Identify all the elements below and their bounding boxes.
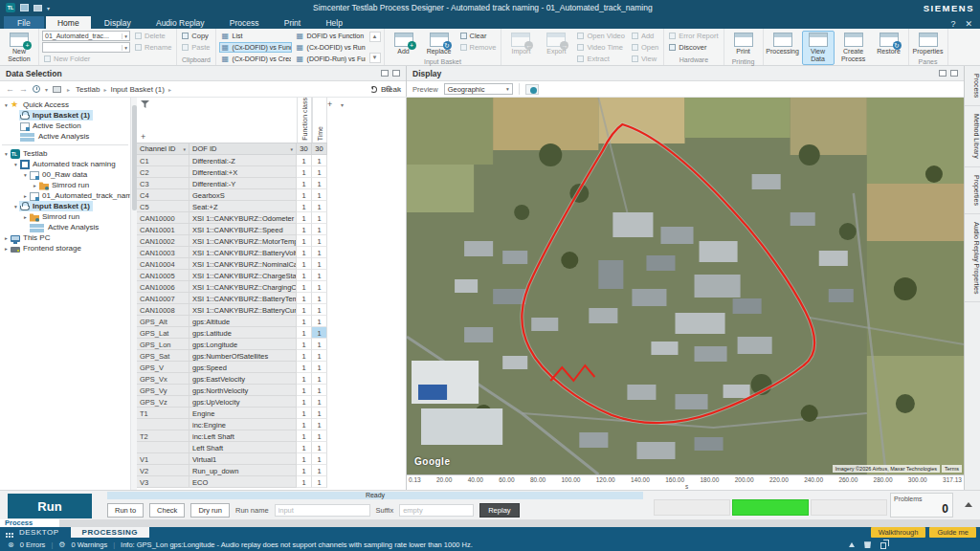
table-row[interactable]: GPS_Vx gps:EastVelocity 1 1 xyxy=(137,373,406,385)
cell-dof-id[interactable]: XSI 1::CANKYBURZ::ChargingCurrent xyxy=(189,281,297,293)
scroll-up-icon[interactable]: ▲ xyxy=(396,86,402,92)
cell-time[interactable]: 1 xyxy=(312,476,327,488)
cell-channel-id[interactable]: CAN10000 xyxy=(137,212,189,224)
cell-time[interactable]: 1 xyxy=(312,155,327,166)
cell-time[interactable]: 1 xyxy=(312,224,327,235)
cell-time[interactable]: 1 xyxy=(312,350,327,362)
cell-dof-id[interactable]: inc:Left Shaft xyxy=(189,430,297,442)
table-row[interactable]: V2 Run_up_down 1 1 xyxy=(137,465,406,476)
cell-time[interactable]: 1 xyxy=(312,419,327,430)
column-header-dof-id[interactable]: DOF ID▾ xyxy=(189,143,297,155)
gallery-down-icon[interactable]: ▼ xyxy=(369,53,381,63)
expander-icon[interactable]: ▸ xyxy=(3,235,10,241)
cell-time[interactable]: 1 xyxy=(312,396,327,408)
tree-scrollbar[interactable] xyxy=(130,98,137,490)
data-add-button[interactable]: Add xyxy=(630,31,660,41)
problems-panel[interactable]: Problems 0 xyxy=(890,493,953,518)
process-workspace-tab[interactable]: Process xyxy=(0,519,59,527)
cell-dof-id[interactable]: XSI 1::CANKYBURZ::BatteryTemperature xyxy=(189,293,297,304)
view-option[interactable]: ▦ (DOFID-Run) vs Functi... xyxy=(294,54,367,64)
column-menu-icon[interactable]: ▾ xyxy=(341,101,344,108)
replace-button[interactable]: ↻ Replace xyxy=(423,31,456,57)
cell-function-class[interactable]: 1 xyxy=(297,373,312,385)
cell-channel-id[interactable]: CAN10006 xyxy=(137,281,189,293)
cell-time[interactable]: 1 xyxy=(312,385,327,396)
cell-dof-id[interactable]: XSI 1::CANKYBURZ::ChargeStatus xyxy=(189,270,297,281)
cell-time[interactable]: 1 xyxy=(312,235,327,247)
cell-channel-id[interactable]: GPS_Lat xyxy=(137,327,189,339)
cell-dof-id[interactable]: gps:Speed xyxy=(189,362,297,373)
cell-function-class[interactable]: 1 xyxy=(297,212,312,224)
cell-function-class[interactable]: 1 xyxy=(297,419,312,430)
cell-channel-id[interactable]: V1 xyxy=(137,453,189,465)
terms-link[interactable]: Terms xyxy=(942,465,962,473)
expander-icon[interactable]: ▾ xyxy=(12,162,19,167)
cell-channel-id[interactable] xyxy=(137,419,189,430)
history-icon[interactable] xyxy=(33,85,40,93)
table-row[interactable]: GPS_Vy gps:NorthVelocity 1 1 xyxy=(137,385,406,396)
section-combobox[interactable]: 01_Automated_trac...▾ xyxy=(42,31,130,41)
maximize-panel-icon[interactable] xyxy=(392,70,400,77)
properties-button[interactable]: Properties xyxy=(912,31,945,57)
device-icon[interactable] xyxy=(53,86,61,93)
cell-dof-id[interactable]: Differential:+X xyxy=(189,166,297,178)
cell-function-class[interactable]: 1 xyxy=(297,385,312,396)
expander-icon[interactable]: ▾ xyxy=(12,204,19,209)
close-icon[interactable]: ✕ xyxy=(965,19,972,29)
cell-dof-id[interactable]: gps:Altitude xyxy=(189,316,297,327)
guide-me-button[interactable]: Guide me xyxy=(929,527,976,538)
table-row[interactable]: T1 Engine 1 1 xyxy=(137,408,406,419)
table-row[interactable]: C3 Differential:-Y 1 1 xyxy=(137,178,406,189)
expander-icon[interactable]: ▸ xyxy=(32,183,38,188)
cell-time[interactable]: 1 xyxy=(312,442,327,453)
ribbon-tab[interactable]: Display xyxy=(93,16,143,30)
table-row[interactable]: GPS_Lon gps:Longitude 1 1 xyxy=(137,339,406,350)
expander-icon[interactable]: ▸ xyxy=(22,193,29,199)
ribbon-tab[interactable]: Process xyxy=(218,16,271,30)
table-row[interactable]: V1 Virtual1 1 1 xyxy=(137,453,406,465)
cell-time[interactable]: 1 xyxy=(312,465,327,476)
cell-dof-id[interactable]: XSI 1::CANKYBURZ::Speed xyxy=(189,224,297,235)
cell-function-class[interactable]: 1 xyxy=(297,350,312,362)
cell-function-class[interactable]: 1 xyxy=(297,201,312,212)
cell-dof-id[interactable]: gps:EastVelocity xyxy=(189,373,297,385)
check-button[interactable]: Check xyxy=(149,503,185,518)
cell-dof-id[interactable]: Differential:-Z xyxy=(189,155,297,166)
cell-channel-id[interactable] xyxy=(137,442,189,453)
cell-dof-id[interactable]: XSI 1::CANKYBURZ::NominalCapacityUsed xyxy=(189,258,297,270)
print-icon[interactable] xyxy=(33,5,42,11)
cell-time[interactable]: 1 xyxy=(312,270,327,281)
tree-item[interactable]: ▾ Automated track naming xyxy=(0,159,130,169)
cell-dof-id[interactable]: Engine xyxy=(189,408,297,419)
cell-time[interactable]: 1 xyxy=(312,327,327,339)
tree-item[interactable]: ▸ Frontend storage xyxy=(0,243,130,253)
table-row[interactable]: GPS_Lat gps:Latitude 1 1 xyxy=(137,327,406,339)
add-column-icon[interactable]: + xyxy=(327,99,332,109)
maximize-panel-icon[interactable] xyxy=(950,70,958,77)
tree-item[interactable]: ▾ Testlab xyxy=(0,148,130,159)
table-row[interactable]: inc:Engine 1 1 xyxy=(137,419,406,430)
cell-dof-id[interactable]: XSI 1::CANKYBURZ::BatteryCurrent xyxy=(189,304,297,316)
cell-dof-id[interactable]: Left Shaft xyxy=(189,442,297,453)
cell-time[interactable]: 1 xyxy=(312,166,327,178)
view-option[interactable]: ▦ (Cx-DOFID) vs Function xyxy=(219,42,292,53)
expander-icon[interactable]: ▸ xyxy=(22,214,29,220)
cell-channel-id[interactable]: GPS_Lon xyxy=(137,339,189,350)
tree-item[interactable]: ▸ This PC xyxy=(0,232,130,243)
cell-channel-id[interactable]: T1 xyxy=(137,408,189,419)
cell-time[interactable]: 1 xyxy=(312,408,327,419)
tab-desktop[interactable]: DESKTOP xyxy=(8,527,71,538)
cell-time[interactable]: 1 xyxy=(312,304,327,316)
tree-item[interactable]: ▾ Quick Access xyxy=(0,99,130,110)
cell-time[interactable]: 1 xyxy=(312,247,327,258)
table-row[interactable]: C4 GearboxS 1 1 xyxy=(137,189,406,201)
warnings-count[interactable]: 0 Warnings xyxy=(72,540,108,549)
cell-channel-id[interactable]: CAN10008 xyxy=(137,304,189,316)
cell-dof-id[interactable]: Run_up_down xyxy=(189,465,297,476)
cell-function-class[interactable]: 1 xyxy=(297,258,312,270)
collapse-up-icon[interactable] xyxy=(965,502,972,507)
gallery-up-icon[interactable]: ▲ xyxy=(369,32,381,42)
side-tab[interactable]: Process xyxy=(965,66,980,106)
cell-dof-id[interactable]: Seat:+Z xyxy=(189,201,297,212)
cell-channel-id[interactable]: GPS_V xyxy=(137,362,189,373)
